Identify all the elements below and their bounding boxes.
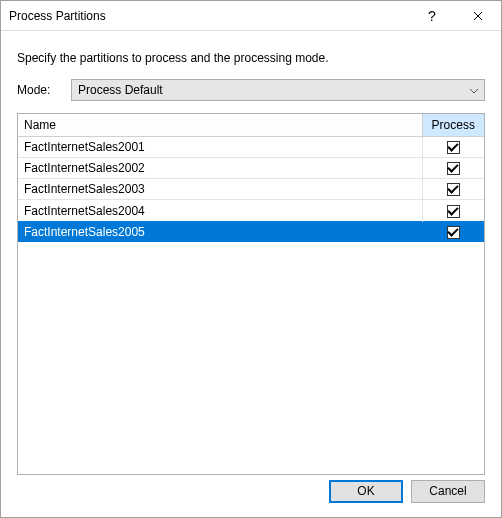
close-button[interactable] bbox=[455, 1, 501, 31]
partition-name-cell[interactable]: FactInternetSales2003 bbox=[18, 179, 422, 200]
col-header-name[interactable]: Name bbox=[18, 114, 422, 136]
partitions-table-wrap: Name Process FactInternetSales2001FactIn… bbox=[17, 113, 485, 475]
table-row[interactable]: FactInternetSales2004 bbox=[18, 200, 484, 221]
chevron-down-icon bbox=[470, 83, 478, 97]
partition-name-cell[interactable]: FactInternetSales2004 bbox=[18, 200, 422, 221]
partition-name-cell[interactable]: FactInternetSales2001 bbox=[18, 136, 422, 157]
process-checkbox-cell bbox=[422, 179, 484, 200]
cancel-button[interactable]: Cancel bbox=[411, 480, 485, 503]
partition-name-cell[interactable]: FactInternetSales2005 bbox=[18, 221, 422, 242]
partitions-table: Name Process FactInternetSales2001FactIn… bbox=[18, 114, 484, 242]
window-title: Process Partitions bbox=[9, 9, 409, 23]
dialog-footer: OK Cancel bbox=[1, 475, 501, 517]
process-checkbox-cell bbox=[422, 157, 484, 178]
partition-name-cell[interactable]: FactInternetSales2002 bbox=[18, 157, 422, 178]
process-checkbox[interactable] bbox=[447, 205, 460, 218]
dialog-window: Process Partitions ? Specify the partiti… bbox=[0, 0, 502, 518]
table-empty-area bbox=[18, 242, 484, 474]
table-row[interactable]: FactInternetSales2003 bbox=[18, 179, 484, 200]
col-header-process[interactable]: Process bbox=[422, 114, 484, 136]
process-checkbox[interactable] bbox=[447, 162, 460, 175]
process-checkbox-cell bbox=[422, 200, 484, 221]
table-row[interactable]: FactInternetSales2001 bbox=[18, 136, 484, 157]
titlebar: Process Partitions ? bbox=[1, 1, 501, 31]
table-row[interactable]: FactInternetSales2005 bbox=[18, 221, 484, 242]
process-checkbox[interactable] bbox=[447, 141, 460, 154]
process-checkbox-cell bbox=[422, 136, 484, 157]
mode-dropdown[interactable]: Process Default bbox=[71, 79, 485, 101]
close-icon bbox=[473, 11, 483, 21]
instruction-text: Specify the partitions to process and th… bbox=[17, 51, 485, 65]
table-row[interactable]: FactInternetSales2002 bbox=[18, 157, 484, 178]
mode-value: Process Default bbox=[78, 83, 163, 97]
process-checkbox[interactable] bbox=[447, 226, 460, 239]
help-button[interactable]: ? bbox=[409, 1, 455, 31]
process-checkbox[interactable] bbox=[447, 183, 460, 196]
process-checkbox-cell bbox=[422, 221, 484, 242]
mode-row: Mode: Process Default bbox=[17, 79, 485, 101]
dialog-content: Specify the partitions to process and th… bbox=[1, 31, 501, 475]
mode-label: Mode: bbox=[17, 83, 61, 97]
ok-button[interactable]: OK bbox=[329, 480, 403, 503]
